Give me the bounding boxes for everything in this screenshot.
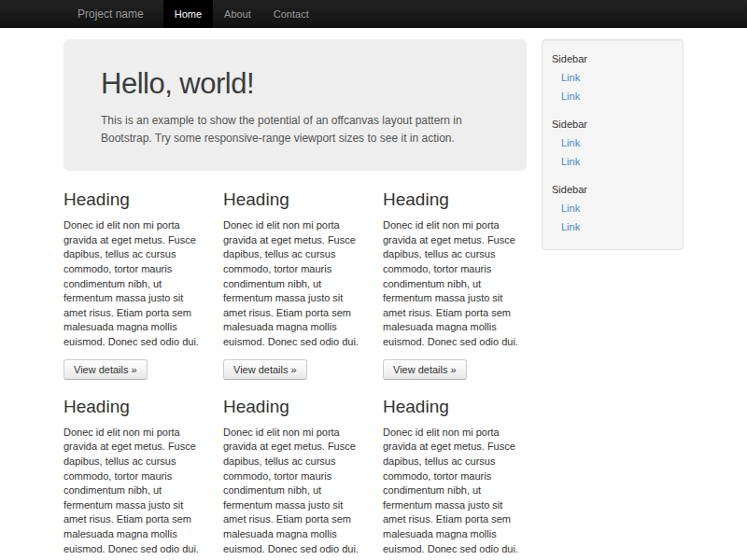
card-body-text: Donec id elit non mi porta gravida at eg… (63, 218, 206, 349)
sidebar-section-header: Sidebar (543, 115, 683, 133)
jumbotron: Hello, world! This is an example to show… (63, 39, 527, 171)
content-card: Heading Donec id elit non mi porta gravi… (223, 186, 366, 379)
card-heading: Heading (223, 189, 366, 210)
card-body-text: Donec id elit non mi porta gravida at eg… (383, 426, 526, 556)
card-body-text: Donec id elit non mi porta gravida at eg… (383, 218, 526, 349)
sidebar: Sidebar Link Link Sidebar Link Link Side… (542, 39, 684, 560)
navbar-nav: Home About Contact (163, 0, 320, 28)
view-details-button[interactable]: View details » (63, 359, 148, 380)
card-heading: Heading (383, 189, 526, 210)
sidebar-link[interactable]: Link (543, 152, 683, 171)
card-body-text: Donec id elit non mi porta gravida at eg… (223, 218, 366, 349)
sidebar-section: Sidebar Link Link (543, 115, 683, 171)
sidebar-section: Sidebar Link Link (543, 49, 683, 105)
navbar-container: Project name Home About Contact (63, 0, 684, 28)
card-heading: Heading (223, 397, 366, 417)
sidebar-link[interactable]: Link (543, 199, 683, 217)
page-title: Hello, world! (101, 67, 489, 101)
card-heading: Heading (383, 397, 526, 417)
view-details-button[interactable]: View details » (383, 359, 467, 380)
sidebar-link[interactable]: Link (543, 217, 683, 236)
content-card: Heading Donec id elit non mi porta gravi… (383, 186, 526, 379)
content-card: Heading Donec id elit non mi porta gravi… (383, 393, 526, 560)
nav-item-about[interactable]: About (213, 0, 262, 28)
content-card: Heading Donec id elit non mi porta gravi… (63, 393, 206, 560)
sidebar-well: Sidebar Link Link Sidebar Link Link Side… (542, 39, 684, 250)
main-content: Hello, world! This is an example to show… (63, 39, 527, 560)
sidebar-link[interactable]: Link (543, 68, 683, 87)
nav-item-contact[interactable]: Contact (262, 0, 320, 28)
sidebar-section-header: Sidebar (543, 49, 683, 68)
sidebar-section: Sidebar Link Link (543, 180, 683, 236)
navbar-brand[interactable]: Project name (63, 0, 158, 28)
content-card: Heading Donec id elit non mi porta gravi… (63, 186, 206, 379)
nav-item-home[interactable]: Home (163, 0, 213, 28)
card-body-text: Donec id elit non mi porta gravida at eg… (223, 426, 366, 556)
sidebar-link[interactable]: Link (543, 87, 683, 105)
card-body-text: Donec id elit non mi porta gravida at eg… (63, 426, 206, 556)
cards-row-2: Heading Donec id elit non mi porta gravi… (63, 393, 527, 560)
content-card: Heading Donec id elit non mi porta gravi… (223, 393, 366, 560)
page-container: Hello, world! This is an example to show… (63, 39, 684, 560)
navbar: Project name Home About Contact (0, 0, 747, 28)
sidebar-section-header: Sidebar (543, 180, 683, 199)
view-details-button[interactable]: View details » (223, 359, 307, 380)
jumbotron-text: This is an example to show the potential… (101, 112, 489, 147)
sidebar-link[interactable]: Link (543, 133, 683, 152)
cards-row-1: Heading Donec id elit non mi porta gravi… (63, 186, 527, 379)
card-heading: Heading (63, 397, 206, 417)
card-heading: Heading (63, 189, 206, 210)
